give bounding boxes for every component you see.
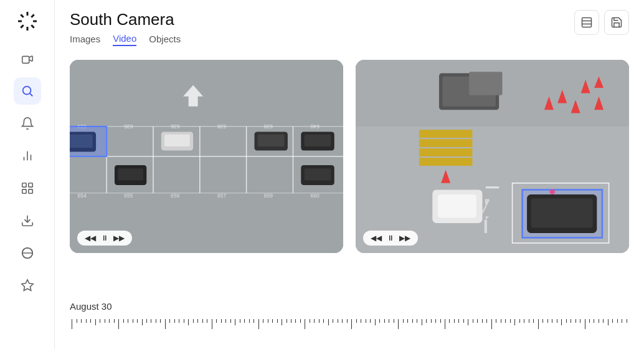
sidebar-item-globe[interactable]	[14, 239, 41, 267]
timeline-tick	[186, 319, 191, 325]
timeline-tick	[601, 319, 605, 323]
sidebar-item-starred[interactable]	[14, 272, 41, 299]
video-controls-2[interactable]: ◀◀ ⏸ ▶▶	[363, 231, 418, 246]
timeline-tick	[102, 319, 107, 323]
timeline-tick	[256, 319, 260, 329]
timeline-tick	[592, 319, 596, 323]
timeline-tick	[518, 319, 522, 323]
timeline-tick	[625, 319, 629, 323]
timeline-tick	[293, 319, 298, 323]
svg-rect-88	[531, 199, 593, 228]
timeline-tick	[471, 319, 475, 323]
pause-button-2[interactable]: ⏸	[387, 234, 394, 242]
timeline-section: August 30	[70, 297, 629, 339]
timeline-tick	[606, 319, 610, 325]
video-card-1[interactable]: 634 635 636 638 639 640 654 655 656 657 …	[70, 60, 343, 253]
svg-text:639: 639	[264, 123, 273, 130]
timeline-tick	[462, 319, 466, 323]
layout-button[interactable]	[574, 10, 599, 35]
timeline-tick	[494, 319, 498, 323]
timeline-tick	[242, 319, 247, 323]
tabs: Images Video Objects	[70, 33, 181, 46]
tab-images[interactable]: Images	[70, 34, 100, 45]
timeline-tick	[400, 319, 405, 323]
timeline-tick	[98, 319, 102, 323]
timeline-tick	[261, 319, 265, 323]
timeline-tick	[79, 319, 83, 323]
timeline-tick	[447, 319, 452, 323]
save-button[interactable]	[604, 10, 629, 35]
sidebar-item-analytics[interactable]	[14, 142, 41, 170]
logo	[16, 10, 39, 32]
timeline-tick	[111, 319, 116, 323]
timeline-ruler[interactable]	[70, 317, 629, 339]
timeline-tick	[308, 319, 312, 323]
video-grid: 634 635 636 638 639 640 654 655 656 657 …	[70, 60, 629, 291]
timeline-tick	[419, 319, 424, 325]
rewind-button-1[interactable]: ◀◀	[85, 234, 96, 242]
sidebar-item-camera[interactable]	[14, 45, 41, 72]
svg-text:635: 635	[124, 123, 133, 130]
timeline-tick	[531, 319, 536, 323]
timeline-tick	[475, 319, 480, 323]
svg-rect-67	[419, 139, 473, 147]
timeline-tick	[107, 319, 111, 323]
timeline-tick	[298, 319, 303, 323]
timeline-tick	[144, 319, 149, 323]
timeline-tick	[545, 319, 549, 323]
svg-rect-58	[305, 135, 331, 146]
svg-rect-52	[70, 135, 93, 148]
video-card-2[interactable]: ◀◀ ⏸ ▶▶	[356, 60, 629, 253]
timeline-date: August 30	[70, 301, 629, 312]
svg-rect-56	[258, 135, 285, 146]
timeline-tick	[210, 319, 214, 329]
timeline-tick	[228, 319, 232, 323]
rewind-button-2[interactable]: ◀◀	[371, 234, 382, 242]
timeline-tick	[345, 319, 349, 323]
timeline-tick	[582, 319, 587, 329]
svg-rect-54	[164, 135, 190, 146]
timeline-tick	[522, 319, 526, 323]
sidebar-item-search[interactable]	[14, 77, 41, 105]
timeline-tick	[349, 319, 354, 329]
timeline-tick	[247, 319, 251, 323]
timeline-tick	[121, 319, 125, 323]
timeline-tick	[554, 319, 559, 323]
timeline-tick	[275, 319, 279, 323]
timeline-tick	[457, 319, 461, 323]
timeline-tick	[372, 319, 377, 325]
timeline-tick	[536, 319, 540, 329]
page-title: South Camera	[70, 10, 181, 29]
svg-marker-20	[21, 280, 32, 290]
sidebar-item-download[interactable]	[14, 207, 41, 234]
timeline-tick	[578, 319, 582, 323]
forward-button-1[interactable]: ▶▶	[113, 234, 125, 242]
timeline-tick	[550, 319, 554, 323]
timeline-tick	[368, 319, 372, 323]
timeline-tick	[74, 319, 78, 323]
header: South Camera Images Video Objects	[70, 10, 629, 46]
svg-rect-71	[486, 186, 499, 188]
tab-objects[interactable]: Objects	[149, 34, 181, 45]
timeline-tick	[620, 319, 624, 323]
video-controls-1[interactable]: ◀◀ ⏸ ▶▶	[77, 231, 132, 246]
forward-button-2[interactable]: ▶▶	[399, 234, 410, 242]
timeline-tick	[429, 319, 433, 323]
timeline-tick	[158, 319, 163, 323]
timeline-tick	[424, 319, 429, 323]
sidebar-item-alerts[interactable]	[14, 110, 41, 137]
timeline-tick	[569, 319, 573, 323]
timeline-tick	[284, 319, 288, 323]
svg-line-7	[21, 25, 23, 27]
svg-text:656: 656	[171, 193, 180, 199]
timeline-tick	[214, 319, 219, 323]
timeline-tick	[387, 319, 391, 323]
svg-rect-21	[582, 18, 592, 27]
pause-button-1[interactable]: ⏸	[101, 234, 108, 242]
timeline-tick	[377, 319, 382, 323]
tab-video[interactable]: Video	[113, 33, 136, 46]
sidebar-item-grid[interactable]	[14, 174, 41, 202]
timeline-tick	[149, 319, 153, 323]
timeline-tick	[70, 319, 74, 329]
timeline-tick	[88, 319, 93, 323]
